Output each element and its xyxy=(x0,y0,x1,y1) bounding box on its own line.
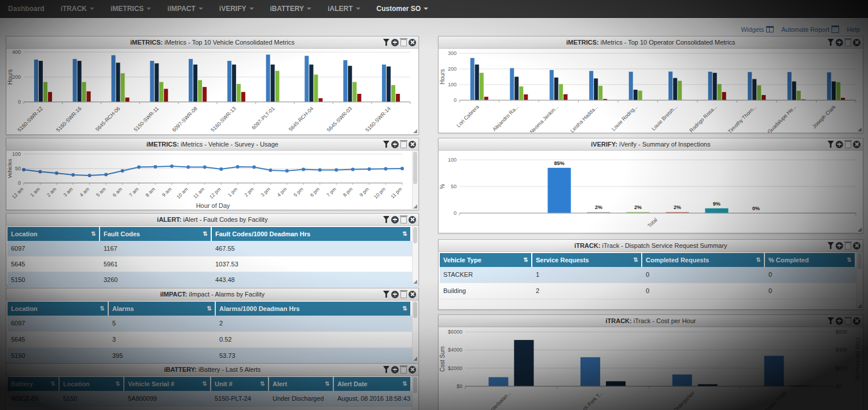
column-header-completed[interactable]: % Completed⇅ xyxy=(765,253,856,267)
close-icon[interactable] xyxy=(409,216,416,224)
resize-handle[interactable] xyxy=(413,280,417,284)
filter-icon[interactable] xyxy=(383,141,389,148)
sort-icon[interactable]: ⇅ xyxy=(847,253,852,267)
sort-icon[interactable]: ⇅ xyxy=(260,377,265,391)
nav-item-ibattery[interactable]: iBATTERY xyxy=(262,0,320,17)
widget-scrollbar[interactable] xyxy=(856,252,863,309)
svg-text:Hour of Day: Hour of Day xyxy=(196,202,230,209)
svg-text:Cost per Hour($): Cost per Hour($) xyxy=(855,338,861,380)
sort-icon[interactable]: ⇅ xyxy=(203,227,208,241)
scrollbar-thumb[interactable] xyxy=(413,152,417,184)
delete-icon[interactable] xyxy=(400,141,407,148)
column-header-alert-date[interactable]: Alert Date⇅ xyxy=(334,377,411,391)
nav-item-itrack[interactable]: iTRACK xyxy=(53,0,102,17)
close-icon[interactable] xyxy=(409,39,416,46)
nav-item-iimpact[interactable]: iIMPACT xyxy=(159,0,211,17)
sort-icon[interactable]: ⇅ xyxy=(403,302,407,316)
sort-icon[interactable]: ⇅ xyxy=(403,227,407,241)
delete-icon[interactable] xyxy=(400,217,407,224)
column-header-location[interactable]: Location⇅ xyxy=(60,377,124,391)
column-header-completed-requests[interactable]: Completed Requests⇅ xyxy=(642,253,765,267)
scrollbar-thumb[interactable] xyxy=(413,227,417,243)
resize-handle[interactable] xyxy=(858,127,862,131)
sort-icon[interactable]: ⇅ xyxy=(634,253,638,267)
widget-scrollbar[interactable] xyxy=(412,301,418,361)
sort-icon[interactable]: ⇅ xyxy=(524,253,528,267)
scrollbar-thumb[interactable] xyxy=(413,377,417,393)
delete-icon[interactable] xyxy=(845,318,851,325)
filter-icon[interactable] xyxy=(827,39,834,46)
column-header-alarms-1000-deadman-hrs[interactable]: Alarms/1000 Deadman Hrs⇅ xyxy=(216,302,411,316)
add-icon[interactable] xyxy=(391,291,399,298)
sort-icon[interactable]: ⇅ xyxy=(51,377,56,391)
sort-icon[interactable]: ⇅ xyxy=(203,377,207,391)
resize-handle[interactable] xyxy=(413,357,417,361)
column-header-vehicle-type[interactable]: Vehicle Type⇅ xyxy=(440,253,532,267)
column-header-service-requests[interactable]: Service Requests⇅ xyxy=(532,253,642,267)
filter-icon[interactable] xyxy=(383,39,389,46)
column-header-fault-codes[interactable]: Fault Codes⇅ xyxy=(100,227,212,241)
close-icon[interactable] xyxy=(853,39,860,46)
resize-handle[interactable] xyxy=(413,129,417,133)
widget-scrollbar[interactable] xyxy=(412,376,418,410)
automate-report-link[interactable]: Automate Report xyxy=(781,25,839,33)
filter-icon[interactable] xyxy=(827,141,834,148)
help-link[interactable]: Help xyxy=(847,25,860,33)
nav-item-imetrics[interactable]: iMETRICS xyxy=(102,0,159,17)
nav-item-dashboard[interactable]: Dashboard xyxy=(0,0,53,17)
widgets-link[interactable]: Widgets xyxy=(741,25,774,33)
resize-handle[interactable] xyxy=(858,228,862,232)
resize-handle[interactable] xyxy=(413,204,417,208)
close-icon[interactable] xyxy=(409,366,416,374)
resize-handle[interactable] xyxy=(858,304,862,308)
add-icon[interactable] xyxy=(391,216,399,224)
add-icon[interactable] xyxy=(391,141,399,148)
filter-icon[interactable] xyxy=(383,216,389,223)
close-icon[interactable] xyxy=(409,291,416,298)
delete-icon[interactable] xyxy=(845,39,851,46)
sort-icon[interactable]: ⇅ xyxy=(207,302,212,316)
add-icon[interactable] xyxy=(836,141,843,148)
sort-icon[interactable]: ⇅ xyxy=(100,302,105,316)
close-icon[interactable] xyxy=(853,317,860,325)
widget-scrollbar[interactable] xyxy=(412,151,418,209)
filter-icon[interactable] xyxy=(383,291,389,298)
delete-icon[interactable] xyxy=(400,39,407,46)
close-icon[interactable] xyxy=(853,242,860,250)
chevron-down-icon xyxy=(307,8,311,10)
close-icon[interactable] xyxy=(409,141,416,148)
column-header-alarms[interactable]: Alarms⇅ xyxy=(109,302,216,316)
sort-icon[interactable]: ⇅ xyxy=(91,227,96,241)
column-header-unit[interactable]: Unit #⇅ xyxy=(211,377,269,391)
delete-icon[interactable] xyxy=(845,243,851,250)
add-icon[interactable] xyxy=(391,39,399,46)
filter-icon[interactable] xyxy=(827,317,834,324)
nav-item-customer-so[interactable]: Customer SO xyxy=(369,0,437,17)
column-header-battery[interactable]: Battery⇅ xyxy=(8,377,60,391)
close-icon[interactable] xyxy=(853,141,860,148)
filter-icon[interactable] xyxy=(383,366,389,373)
scrollbar-thumb[interactable] xyxy=(858,253,862,269)
column-header-fault-codes-1000-deadman-hrs[interactable]: Fault Codes/1000 Deadman Hrs⇅ xyxy=(212,227,411,241)
delete-icon[interactable] xyxy=(400,291,407,298)
sort-icon[interactable]: ⇅ xyxy=(403,377,407,391)
filter-icon[interactable] xyxy=(827,242,834,249)
delete-icon[interactable] xyxy=(845,141,851,148)
sort-icon[interactable]: ⇅ xyxy=(116,377,120,391)
nav-item-iverify[interactable]: iVERIFY xyxy=(211,0,262,17)
nav-item-ialert[interactable]: iALERT xyxy=(319,0,368,17)
column-header-location[interactable]: Location⇅ xyxy=(8,227,100,241)
add-icon[interactable] xyxy=(836,242,843,250)
chevron-down-icon xyxy=(90,8,94,10)
column-header-location[interactable]: Location⇅ xyxy=(8,302,109,316)
scrollbar-thumb[interactable] xyxy=(413,302,417,318)
column-header-vehicle-serial[interactable]: Vehicle Serial #⇅ xyxy=(124,377,211,391)
add-icon[interactable] xyxy=(836,317,843,325)
widget-scrollbar[interactable] xyxy=(412,226,418,284)
delete-icon[interactable] xyxy=(400,367,407,374)
add-icon[interactable] xyxy=(391,366,399,374)
sort-icon[interactable]: ⇅ xyxy=(325,377,330,391)
column-header-alert[interactable]: Alert⇅ xyxy=(269,377,334,391)
sort-icon[interactable]: ⇅ xyxy=(756,253,761,267)
add-icon[interactable] xyxy=(836,39,843,46)
